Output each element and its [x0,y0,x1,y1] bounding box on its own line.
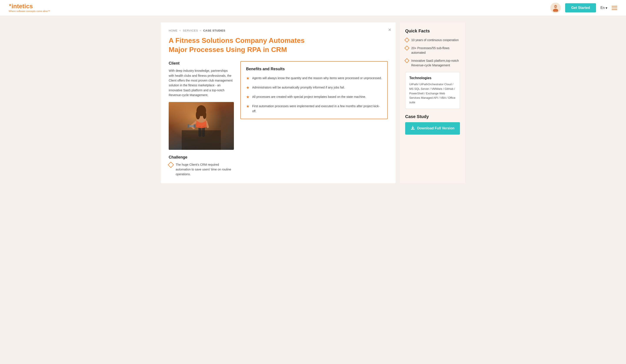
benefits-title: Benefits and Results [246,67,382,71]
main-content-cols: Client With deep industry knowledge, par… [169,61,388,177]
svg-rect-16 [194,124,196,128]
benefit-item-2: ★ Administrators will be automatically p… [246,85,382,90]
quick-fact-3: Innovative SaaS platform,top-notch Reven… [405,58,460,68]
download-label: Download Full Version [417,126,455,130]
challenge-diamond-icon [168,162,174,168]
fitness-silhouette [182,104,221,150]
logo: ★intetics Where software concepts come a… [9,3,50,12]
hamburger-menu[interactable] [612,6,617,10]
main-panel: × HOME < SERVICES < CASE STUDIES A Fitne… [161,22,395,183]
benefit-item-3: ★ All processes are created with special… [246,94,382,99]
quick-fact-1: 10 years of continuous cooperation [405,38,460,42]
download-button[interactable]: Download Full Version [405,122,460,135]
client-text: With deep industry knowledge, partnershi… [169,68,234,97]
page-title: A Fitness Solutions Company Automates Ma… [169,36,321,54]
download-icon [411,126,415,131]
svg-rect-15 [188,124,189,128]
star-icon-3: ★ [246,95,249,99]
avatar-icon [552,4,559,12]
main-background: × HOME < SERVICES < CASE STUDIES A Fitne… [0,16,626,192]
quick-fact-2: 20+ Processes/55 sub-flows automated [405,46,460,55]
star-icon-4: ★ [246,104,249,109]
quick-fact-text-3: Innovative SaaS platform,top-notch Reven… [411,58,460,68]
case-study-title: Case Study [405,114,460,119]
challenge-item: The huge Client's CRM required automatio… [169,162,234,177]
get-started-button[interactable]: Get Started [565,3,596,12]
breadcrumb-case-studies[interactable]: CASE STUDIES [203,29,225,32]
breadcrumb-sep-2: < [200,29,201,32]
quick-facts-title: Quick Facts [405,29,460,34]
benefit-text-4: First automation processes were implemen… [252,104,382,114]
breadcrumb-home[interactable]: HOME [169,29,178,32]
svg-point-10 [196,111,200,119]
fitness-image [169,102,234,150]
benefit-item-4: ★ First automation processes were implem… [246,104,382,114]
right-column: Benefits and Results ★ Agents will alway… [240,61,388,177]
tech-title: Technologies [409,76,456,80]
fitness-image-inner [169,102,234,150]
logo-tagline: Where software concepts come alive™ [9,10,50,12]
left-column: Client With deep industry knowledge, par… [169,61,234,177]
benefit-text-3: All processes are created with special p… [252,94,366,99]
sidebar: Quick Facts 10 years of continuous coope… [400,22,465,183]
tech-text: UiPath/ UiPathOrchestrator Cloud / MS SQ… [409,82,456,105]
quick-fact-diamond-2 [404,46,409,51]
avatar [550,3,561,13]
breadcrumb-services[interactable]: SERVICES [183,29,198,32]
header: ★intetics Where software concepts come a… [0,0,626,16]
language-selector[interactable]: En ▾ [600,6,607,10]
quick-fact-text-1: 10 years of continuous cooperation [411,38,459,42]
client-section-title: Client [169,61,234,66]
challenge-text: The huge Client's CRM required automatio… [176,162,234,177]
star-icon-1: ★ [246,76,249,81]
benefits-box: Benefits and Results ★ Agents will alway… [240,61,388,119]
quick-fact-diamond-3 [404,58,409,63]
breadcrumb: HOME < SERVICES < CASE STUDIES [169,29,388,32]
benefit-text-1: Agents will always know the quantity and… [252,76,382,81]
technologies-box: Technologies UiPath/ UiPathOrchestrator … [405,72,460,109]
quick-fact-text-2: 20+ Processes/55 sub-flows automated [411,46,460,55]
logo-star: ★ [9,3,11,7]
star-icon-2: ★ [246,85,249,90]
quick-fact-diamond-1 [404,38,409,43]
benefit-text-2: Administrators will be automatically pro… [252,85,345,90]
header-right: Get Started En ▾ [550,3,617,13]
svg-point-1 [553,9,558,12]
breadcrumb-sep-1: < [179,29,181,32]
svg-point-11 [203,111,206,119]
challenge-section-title: Challenge [169,155,234,160]
download-svg-icon [411,126,415,130]
logo-text: ★intetics [9,3,50,9]
content-wrapper: × HOME < SERVICES < CASE STUDIES A Fitne… [161,22,465,183]
benefit-item-1: ★ Agents will always know the quantity a… [246,76,382,81]
close-button[interactable]: × [388,27,391,33]
